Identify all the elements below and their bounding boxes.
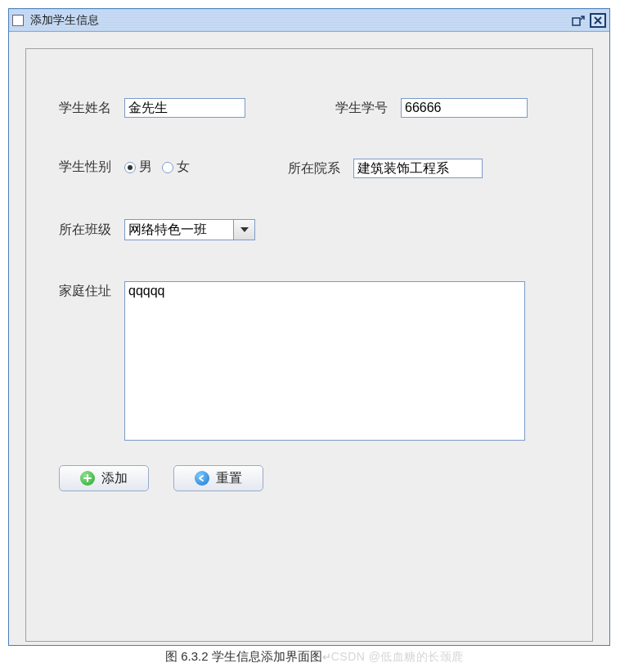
class-combo-value: 网络特色一班 xyxy=(124,219,234,240)
add-button-label: 添加 xyxy=(101,470,128,487)
figure-caption-row: 图 6.3.2 学生信息添加界面图↵CSDN @低血糖的长颈鹿 xyxy=(0,646,629,668)
id-input[interactable] xyxy=(401,98,528,118)
gender-male-radio[interactable]: 男 xyxy=(124,159,152,176)
gender-female-radio[interactable]: 女 xyxy=(162,159,190,176)
address-textarea[interactable] xyxy=(124,281,525,441)
reset-icon xyxy=(195,471,209,486)
chevron-down-icon[interactable] xyxy=(234,219,255,240)
close-button[interactable] xyxy=(590,13,606,28)
plus-icon xyxy=(80,471,95,486)
gender-male-label: 男 xyxy=(139,159,152,176)
maximize-button[interactable] xyxy=(572,15,585,26)
reset-button[interactable]: 重置 xyxy=(173,465,263,491)
name-input[interactable] xyxy=(124,98,245,118)
address-label: 家庭住址 xyxy=(59,281,111,300)
gender-radio-group: 男 女 xyxy=(124,159,190,176)
return-symbol: ↵ xyxy=(322,651,331,663)
name-label: 学生姓名 xyxy=(59,100,111,117)
class-combobox[interactable]: 网络特色一班 xyxy=(124,219,255,240)
dept-label: 所在院系 xyxy=(288,160,340,177)
window-title: 添加学生信息 xyxy=(29,13,99,28)
dept-input[interactable] xyxy=(353,159,483,178)
gender-label: 学生性别 xyxy=(59,159,111,176)
figure-caption: 图 6.3.2 学生信息添加界面图 xyxy=(165,649,322,663)
id-label: 学生学号 xyxy=(335,100,388,117)
svg-rect-0 xyxy=(573,18,580,25)
title-bar: 添加学生信息 xyxy=(9,9,609,32)
window-frame: 添加学生信息 学生 xyxy=(8,8,610,646)
gender-female-label: 女 xyxy=(177,159,190,176)
watermark-text: CSDN @低血糖的长颈鹿 xyxy=(331,650,464,663)
form-panel: 学生姓名 学生学号 学生性别 男 xyxy=(25,48,593,642)
radio-icon xyxy=(162,162,173,173)
radio-icon xyxy=(124,162,136,173)
reset-button-label: 重置 xyxy=(216,470,242,487)
class-label: 所在班级 xyxy=(59,222,111,239)
window-icon xyxy=(12,15,24,26)
add-button[interactable]: 添加 xyxy=(59,465,149,491)
